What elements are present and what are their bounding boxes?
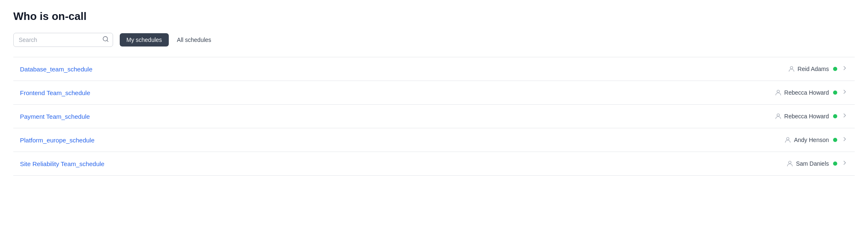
oncall-person: Rebecca Howard: [774, 113, 829, 120]
search-container: [13, 33, 113, 47]
svg-point-4: [777, 114, 779, 116]
schedule-row[interactable]: Site Reliability Team_schedule Sam Danie…: [13, 152, 855, 176]
schedule-right: Andy Henson: [784, 136, 848, 144]
status-dot: [833, 67, 837, 71]
chevron-right-icon: [841, 159, 848, 168]
person-icon: [774, 89, 782, 96]
schedule-name[interactable]: Payment Team_schedule: [20, 113, 90, 120]
svg-point-6: [789, 161, 791, 164]
svg-point-3: [777, 90, 779, 93]
schedule-name[interactable]: Frontend Team_schedule: [20, 89, 90, 96]
schedules-list: Database_team_schedule Reid Adams Fro: [13, 57, 855, 176]
person-name: Sam Daniels: [796, 160, 829, 167]
schedule-row[interactable]: Database_team_schedule Reid Adams: [13, 57, 855, 81]
tab-group: My schedules All schedules: [120, 33, 218, 47]
schedule-right: Reid Adams: [788, 65, 848, 73]
oncall-person: Rebecca Howard: [774, 89, 829, 96]
person-name: Reid Adams: [798, 66, 829, 72]
search-input[interactable]: [13, 33, 113, 47]
schedule-name[interactable]: Platform_europe_schedule: [20, 137, 94, 144]
tab-all-schedules[interactable]: All schedules: [170, 33, 218, 47]
schedule-row[interactable]: Payment Team_schedule Rebecca Howard: [13, 105, 855, 128]
toolbar: My schedules All schedules: [13, 33, 855, 47]
svg-point-2: [790, 66, 793, 69]
status-dot: [833, 138, 837, 142]
oncall-person: Andy Henson: [784, 136, 829, 144]
page-title: Who is on-call: [13, 10, 855, 23]
status-dot: [833, 91, 837, 95]
schedule-row[interactable]: Platform_europe_schedule Andy Henson: [13, 128, 855, 152]
schedule-name[interactable]: Site Reliability Team_schedule: [20, 160, 104, 167]
oncall-person: Sam Daniels: [786, 160, 829, 167]
svg-point-5: [787, 137, 789, 140]
chevron-right-icon: [841, 65, 848, 73]
oncall-person: Reid Adams: [788, 65, 829, 73]
schedule-right: Rebecca Howard: [774, 112, 848, 120]
chevron-right-icon: [841, 88, 848, 97]
status-dot: [833, 162, 837, 166]
person-icon: [784, 136, 792, 144]
person-name: Rebecca Howard: [784, 89, 829, 96]
schedule-right: Rebecca Howard: [774, 88, 848, 97]
person-icon: [788, 65, 795, 73]
schedule-row[interactable]: Frontend Team_schedule Rebecca Howard: [13, 81, 855, 105]
schedule-right: Sam Daniels: [786, 159, 848, 168]
chevron-right-icon: [841, 136, 848, 144]
person-icon: [786, 160, 794, 167]
person-icon: [774, 113, 782, 120]
person-name: Andy Henson: [794, 137, 829, 143]
person-name: Rebecca Howard: [784, 113, 829, 120]
tab-my-schedules[interactable]: My schedules: [120, 33, 169, 47]
schedule-name[interactable]: Database_team_schedule: [20, 66, 92, 73]
status-dot: [833, 114, 837, 118]
chevron-right-icon: [841, 112, 848, 120]
